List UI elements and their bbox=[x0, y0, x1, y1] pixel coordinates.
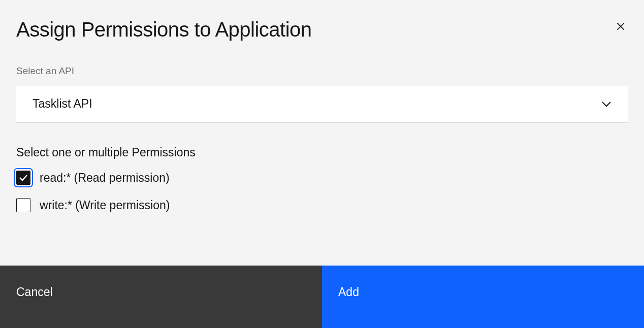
modal-header: Assign Permissions to Application bbox=[0, 0, 644, 41]
api-select[interactable]: Tasklist API bbox=[16, 86, 628, 122]
chevron-down-icon bbox=[601, 101, 611, 107]
assign-permissions-modal: Assign Permissions to Application Select… bbox=[0, 0, 644, 328]
permission-row-write: write:* (Write permission) bbox=[16, 198, 628, 212]
close-icon bbox=[616, 21, 626, 33]
modal-title: Assign Permissions to Application bbox=[16, 18, 312, 41]
close-button[interactable] bbox=[614, 19, 628, 35]
api-select-label: Select an API bbox=[16, 65, 628, 77]
permission-checkbox-read[interactable] bbox=[16, 171, 30, 185]
permission-row-read: read:* (Read permission) bbox=[16, 171, 628, 185]
permissions-section: Select one or multiple Permissions read:… bbox=[16, 146, 628, 212]
modal-footer: Cancel Add bbox=[0, 266, 644, 328]
api-select-value: Tasklist API bbox=[33, 97, 601, 111]
permissions-label: Select one or multiple Permissions bbox=[16, 146, 628, 159]
permission-checkbox-write[interactable] bbox=[16, 198, 30, 212]
cancel-button[interactable]: Cancel bbox=[0, 266, 322, 328]
modal-body: Select an API Tasklist API Select one or… bbox=[0, 41, 644, 212]
permission-label-write: write:* (Write permission) bbox=[40, 199, 170, 212]
permission-label-read: read:* (Read permission) bbox=[40, 171, 170, 185]
add-button[interactable]: Add bbox=[322, 266, 644, 328]
